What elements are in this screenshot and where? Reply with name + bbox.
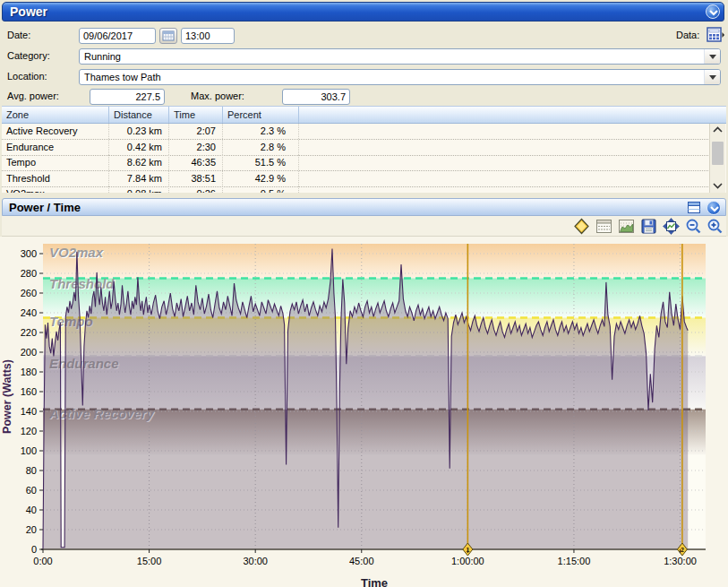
zone-cell: 0:26 xyxy=(169,186,223,193)
zone-cell: 0.42 km xyxy=(109,140,169,155)
collapse-chevron-button[interactable] xyxy=(707,201,721,215)
collapse-chevron-button[interactable] xyxy=(706,4,720,19)
date-label: Date: xyxy=(7,30,30,44)
category-value: Running xyxy=(84,51,121,62)
dropdown-arrow-icon[interactable] xyxy=(704,49,720,64)
x-tick-label: 30:00 xyxy=(243,556,268,566)
zone-cell: 8.62 km xyxy=(109,155,169,170)
y-tick-label: 240 xyxy=(21,307,37,318)
chart-style-button[interactable] xyxy=(618,218,635,235)
y-tick-label: 200 xyxy=(21,347,37,358)
category-label: Category: xyxy=(7,50,50,65)
zone-cell: 46:35 xyxy=(169,155,223,170)
y-axis-title: Power (Watts) xyxy=(1,359,13,434)
data-table-icon xyxy=(595,218,612,235)
x-tick-label: 0:00 xyxy=(33,556,52,566)
time-field[interactable]: 13:00 xyxy=(181,28,235,44)
zone-cell: Active Recovery xyxy=(2,124,109,139)
interval-marker-button[interactable] xyxy=(573,218,590,235)
save-button[interactable] xyxy=(640,218,657,235)
chart-toolbar xyxy=(2,216,726,237)
zone-cell: 42.9 % xyxy=(223,171,299,186)
zoom-out-icon xyxy=(685,218,702,235)
layout-icon xyxy=(688,202,700,213)
power-panel-titlebar: Power xyxy=(2,2,724,22)
data-label: Data: xyxy=(676,30,699,44)
chart-style-icon xyxy=(618,218,635,235)
zone-table: Zone Distance Time Percent Active Recove… xyxy=(2,106,726,193)
column-header-distance[interactable]: Distance xyxy=(109,107,169,123)
calendar-button[interactable] xyxy=(159,28,177,44)
column-header-zone[interactable]: Zone xyxy=(2,107,109,123)
location-combobox[interactable]: Thames tow Path xyxy=(79,69,721,85)
data-table-button[interactable] xyxy=(595,218,612,235)
zone-table-row[interactable]: Endurance0.42 km2:302.8 % xyxy=(2,140,710,156)
chevron-down-icon xyxy=(708,8,719,17)
zone-table-row[interactable]: Tempo8.62 km46:3551.5 % xyxy=(2,155,710,171)
max-power-field[interactable]: 303.7 xyxy=(282,89,350,105)
zone-table-scrollbar[interactable] xyxy=(709,124,725,193)
y-tick-label: 120 xyxy=(21,426,37,436)
interval-marker-number: 2 xyxy=(681,547,684,553)
zone-cell: 2.8 % xyxy=(223,140,299,155)
x-tick-label: 15:00 xyxy=(137,556,162,566)
zone-cell: 51.5 % xyxy=(223,155,299,170)
zone-cell: 0.08 km xyxy=(109,186,169,193)
y-tick-label: 0 xyxy=(31,544,37,555)
data-grid-icon xyxy=(707,27,724,43)
y-tick-label: 260 xyxy=(21,288,37,298)
data-grid-button[interactable] xyxy=(707,27,724,43)
y-tick-label: 280 xyxy=(21,268,37,279)
zone-cell: 0.5 % xyxy=(223,186,299,193)
column-header-time[interactable]: Time xyxy=(169,107,223,123)
zone-table-body: Active Recovery0.23 km2:072.3 %Endurance… xyxy=(2,124,710,193)
scroll-down-button[interactable] xyxy=(710,179,725,193)
zone-table-row[interactable]: VO2max0.08 km0:260.5 % xyxy=(2,186,710,193)
column-header-percent[interactable]: Percent xyxy=(223,107,299,123)
zone-cell: Tempo xyxy=(2,155,109,170)
zoom-out-button[interactable] xyxy=(685,218,702,235)
zone-cell: 2.3 % xyxy=(223,124,299,139)
date-field[interactable]: 09/06/2017 xyxy=(79,28,156,44)
dropdown-arrow-icon[interactable] xyxy=(704,70,720,84)
zone-cell: 38:51 xyxy=(169,171,223,186)
training-analysis-window: { "panel_power": { "title": "Power", "fi… xyxy=(0,0,728,587)
save-icon xyxy=(640,218,657,235)
calendar-icon xyxy=(162,30,175,41)
zone-cell: 0.23 km xyxy=(109,124,169,139)
pan-view-button[interactable] xyxy=(663,218,680,235)
scrollbar-thumb[interactable] xyxy=(712,142,724,165)
chevron-up-icon xyxy=(710,124,725,137)
zone-cell: 7.84 km xyxy=(109,171,169,186)
x-tick-label: 45:00 xyxy=(349,556,374,566)
zone-label: Threshold xyxy=(49,276,115,291)
zoom-in-button[interactable] xyxy=(707,218,724,235)
layout-button[interactable] xyxy=(688,202,700,215)
y-tick-label: 60 xyxy=(26,485,37,496)
x-axis-title: Time xyxy=(361,576,388,587)
zone-cell: 2:07 xyxy=(169,124,223,139)
scroll-up-button[interactable] xyxy=(710,124,725,137)
chevron-down-icon xyxy=(709,204,720,213)
y-tick-label: 20 xyxy=(26,524,37,535)
zone-table-row[interactable]: Active Recovery0.23 km2:072.3 % xyxy=(2,124,710,140)
power-time-chart[interactable]: VO2maxVO2maxThresholdThresholdTempoTempo… xyxy=(0,237,728,587)
interval-marker-icon xyxy=(573,218,590,235)
y-tick-label: 40 xyxy=(26,505,37,515)
y-tick-label: 80 xyxy=(26,465,37,476)
zone-cell: Threshold xyxy=(2,171,109,186)
y-tick-label: 220 xyxy=(21,327,37,338)
zone-table-header: Zone Distance Time Percent xyxy=(2,107,726,124)
zone-cell: VO2max xyxy=(2,186,109,193)
avg-power-label: Avg. power: xyxy=(7,91,59,105)
category-combobox[interactable]: Running xyxy=(79,48,721,65)
zone-cell: Endurance xyxy=(2,140,109,155)
x-tick-label: 1:15:00 xyxy=(558,556,591,566)
x-tick-label: 1:30:00 xyxy=(664,556,697,566)
avg-power-field[interactable]: 227.5 xyxy=(90,89,165,105)
zone-table-row[interactable]: Threshold7.84 km38:5142.9 % xyxy=(2,171,710,187)
x-tick-label: 1:00:00 xyxy=(451,556,484,566)
chart-panel-title: Power / Time xyxy=(9,201,81,214)
zone-cell: 2:30 xyxy=(169,140,223,155)
y-tick-label: 180 xyxy=(21,367,37,377)
